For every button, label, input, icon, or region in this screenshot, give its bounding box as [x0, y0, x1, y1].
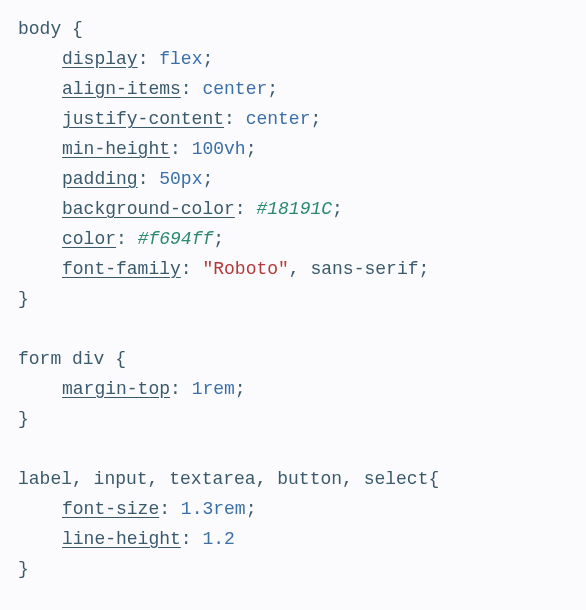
code-line: display: flex; [18, 44, 568, 74]
css-value-token: flex [159, 49, 202, 69]
semicolon: ; [202, 169, 213, 189]
css-value-token: #f694ff [138, 229, 214, 249]
css-value-token: center [202, 79, 267, 99]
css-value-token: 1.3rem [181, 499, 246, 519]
css-value-token: , [289, 259, 311, 279]
code-line: background-color: #18191C; [18, 194, 568, 224]
open-brace: { [428, 469, 439, 489]
code-line: line-height: 1.2 [18, 524, 568, 554]
code-line: color: #f694ff; [18, 224, 568, 254]
code-line: } [18, 554, 568, 584]
css-property: display [62, 49, 138, 69]
colon: : [170, 139, 192, 159]
css-value-token: sans-serif [310, 259, 418, 279]
code-line: label, input, textarea, button, select{ [18, 464, 568, 494]
css-value-token: center [246, 109, 311, 129]
code-line: font-size: 1.3rem; [18, 494, 568, 524]
css-value-token: 50px [159, 169, 202, 189]
code-line: padding: 50px; [18, 164, 568, 194]
semicolon: ; [332, 199, 343, 219]
close-brace: } [18, 559, 29, 579]
code-line: align-items: center; [18, 74, 568, 104]
code-line [18, 314, 568, 344]
css-selector: body [18, 19, 61, 39]
css-value-token: #18191C [256, 199, 332, 219]
colon: : [181, 529, 203, 549]
code-line: form div { [18, 344, 568, 374]
semicolon: ; [419, 259, 430, 279]
css-property: justify-content [62, 109, 224, 129]
css-value-token: "Roboto" [202, 259, 288, 279]
open-brace: { [104, 349, 126, 369]
css-property: background-color [62, 199, 235, 219]
colon: : [181, 259, 203, 279]
colon: : [138, 49, 160, 69]
css-value-token: 1.2 [202, 529, 234, 549]
semicolon: ; [213, 229, 224, 249]
css-property: align-items [62, 79, 181, 99]
colon: : [116, 229, 138, 249]
css-selector: form div [18, 349, 104, 369]
close-brace: } [18, 289, 29, 309]
css-code-block: body {display: flex;align-items: center;… [0, 0, 586, 584]
css-property: font-size [62, 499, 159, 519]
semicolon: ; [246, 499, 257, 519]
css-property: color [62, 229, 116, 249]
close-brace: } [18, 409, 29, 429]
css-selector: label, input, textarea, button, select [18, 469, 428, 489]
css-property: margin-top [62, 379, 170, 399]
css-property: font-family [62, 259, 181, 279]
semicolon: ; [202, 49, 213, 69]
code-line: body { [18, 14, 568, 44]
code-line: } [18, 404, 568, 434]
semicolon: ; [235, 379, 246, 399]
css-property: padding [62, 169, 138, 189]
code-line: justify-content: center; [18, 104, 568, 134]
css-value-token: 100vh [192, 139, 246, 159]
blank-line [18, 439, 29, 459]
code-line [18, 434, 568, 464]
colon: : [170, 379, 192, 399]
code-line: min-height: 100vh; [18, 134, 568, 164]
open-brace: { [61, 19, 83, 39]
colon: : [224, 109, 246, 129]
blank-line [18, 319, 29, 339]
semicolon: ; [246, 139, 257, 159]
semicolon: ; [310, 109, 321, 129]
colon: : [159, 499, 181, 519]
css-value-token: 1rem [192, 379, 235, 399]
colon: : [181, 79, 203, 99]
css-property: line-height [62, 529, 181, 549]
code-line: font-family: "Roboto", sans-serif; [18, 254, 568, 284]
code-line: } [18, 284, 568, 314]
code-line: margin-top: 1rem; [18, 374, 568, 404]
colon: : [235, 199, 257, 219]
colon: : [138, 169, 160, 189]
semicolon: ; [267, 79, 278, 99]
css-property: min-height [62, 139, 170, 159]
